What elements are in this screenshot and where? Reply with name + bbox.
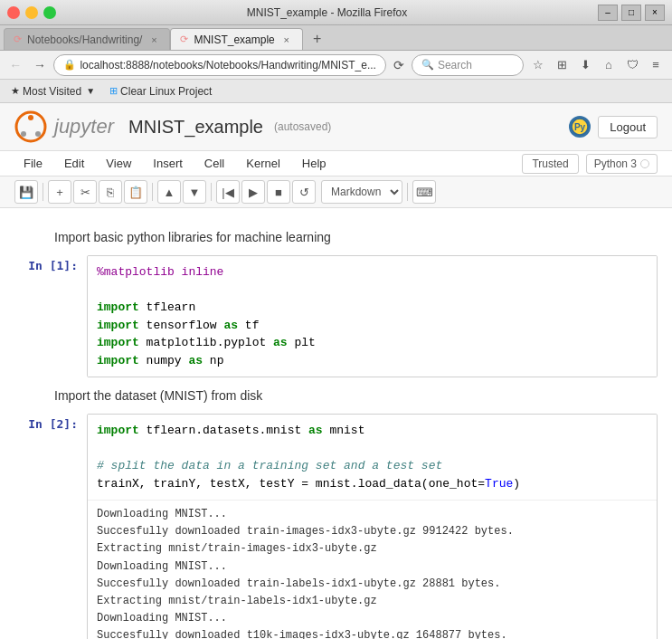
- home-button[interactable]: ⌂: [598, 54, 620, 76]
- win-max-button[interactable]: □: [621, 5, 641, 21]
- close-button[interactable]: [7, 6, 20, 19]
- menu-help[interactable]: Help: [293, 153, 336, 174]
- run-button[interactable]: ▶: [241, 180, 265, 204]
- tab-close-handwriting[interactable]: ×: [147, 33, 160, 46]
- notebook-toolbar: 💾 + ✂ ⎘ 📋 ▲ ▼ |◀ ▶ ■ ↺ Markdown Code Raw…: [0, 176, 672, 208]
- cell-description-1: Import basic python libraries for machin…: [0, 223, 672, 252]
- output-line: Downloading MNIST...: [97, 610, 648, 627]
- tab-mnist[interactable]: ⟳ MNIST_example ×: [170, 28, 302, 50]
- tab-bar: ⟳ Notebooks/Handwriting/ × ⟳ MNIST_examp…: [0, 25, 672, 51]
- download-button[interactable]: ⬇: [574, 54, 596, 76]
- keyboard-shortcut-button[interactable]: ⌨: [412, 180, 436, 204]
- move-down-button[interactable]: ▼: [183, 180, 206, 204]
- clear-project-button[interactable]: ⊞ Clear Linux Project: [106, 83, 215, 100]
- reload-button[interactable]: ⟳: [390, 58, 408, 72]
- trusted-button[interactable]: Trusted: [522, 154, 578, 174]
- code-line: %matplotlib inline: [97, 263, 648, 281]
- tab-label: MNIST_example: [194, 33, 274, 46]
- restart-button[interactable]: ↺: [292, 180, 316, 204]
- tab-handwriting[interactable]: ⟳ Notebooks/Handwriting/ ×: [4, 28, 170, 50]
- menu-edit[interactable]: Edit: [55, 153, 93, 174]
- most-visited-bookmark[interactable]: ★ Most Visited ▼: [7, 83, 99, 100]
- code-line: import tflearn: [97, 299, 648, 317]
- code-line: [97, 281, 648, 300]
- jupyter-logo: jupyter MNIST_example (autosaved): [14, 110, 331, 143]
- back-button[interactable]: ←: [5, 54, 26, 76]
- code-line: import tensorflow as tf: [97, 317, 648, 335]
- jupyter-logo-icon: [14, 110, 47, 143]
- url-bar[interactable]: 🔒 localhost:8888/notebooks/Notebooks/Han…: [53, 54, 386, 76]
- win-min-button[interactable]: –: [598, 5, 618, 21]
- move-up-button[interactable]: ▲: [157, 180, 181, 204]
- star-icon: ★: [11, 85, 20, 97]
- window-controls: [7, 6, 56, 19]
- output-line: Succesfully downloaded train-images-idx3…: [97, 523, 648, 540]
- shield-button[interactable]: 🛡: [621, 54, 643, 76]
- cell-box-1[interactable]: %matplotlib inline import tflearn import…: [87, 255, 658, 377]
- output-line: Downloading MNIST...: [97, 558, 648, 576]
- win-close-button[interactable]: ×: [645, 5, 665, 21]
- code-line: [97, 440, 648, 458]
- menu-insert[interactable]: Insert: [144, 153, 192, 174]
- menu-view[interactable]: View: [97, 153, 140, 174]
- kernel-label: Python 3: [594, 157, 637, 170]
- minimize-button[interactable]: [25, 6, 38, 19]
- cell-description-2: Import the dataset (MNIST) from disk: [0, 381, 672, 410]
- kernel-indicator: Python 3: [586, 154, 658, 174]
- cell-type-select[interactable]: Markdown Code Raw: [321, 180, 402, 204]
- menu-cell[interactable]: Cell: [195, 153, 233, 174]
- search-placeholder: Search: [438, 59, 472, 72]
- cell-output-2: Downloading MNIST... Succesfully downloa…: [88, 500, 657, 639]
- bookmark-list-button[interactable]: ⊞: [551, 54, 573, 76]
- chevron-down-icon: ▼: [86, 86, 95, 96]
- output-line: Succesfully downloaded train-labels-idx1…: [97, 576, 648, 593]
- svg-point-3: [35, 131, 41, 137]
- code-line: import matplotlib.pyplot as plt: [97, 334, 648, 352]
- search-box[interactable]: 🔍 Search: [412, 54, 524, 76]
- toolbar-icons: ☆ ⊞ ⬇ ⌂ 🛡 ≡: [527, 54, 667, 76]
- cell-prompt-2: In [2]:: [14, 414, 87, 639]
- menu-bar: File Edit View Insert Cell Kernel Help T…: [0, 151, 672, 176]
- add-cell-button[interactable]: +: [48, 180, 71, 204]
- output-line: Succesfully downloaded t10k-images-idx3-…: [97, 627, 648, 639]
- kernel-status-circle: [640, 159, 649, 168]
- toolbar-separator-3: [211, 183, 212, 201]
- search-icon: 🔍: [421, 59, 434, 71]
- jupyter-header-right: Py Logout: [569, 116, 658, 138]
- most-visited-label: Most Visited: [23, 85, 81, 98]
- menu-kernel[interactable]: Kernel: [237, 153, 289, 174]
- python-icon: Py: [569, 116, 591, 138]
- copy-cell-button[interactable]: ⎘: [99, 180, 122, 204]
- cell-code-1: %matplotlib inline import tflearn import…: [88, 256, 657, 377]
- clear-linux-icon: ⊞: [109, 85, 118, 97]
- save-button[interactable]: 💾: [14, 180, 38, 204]
- bookmarks-bar: ★ Most Visited ▼ ⊞ Clear Linux Project: [0, 80, 672, 103]
- tab-close-mnist[interactable]: ×: [280, 33, 293, 46]
- run-prev-button[interactable]: |◀: [216, 180, 240, 204]
- code-line: trainX, trainY, testX, testY = mnist.loa…: [97, 475, 648, 493]
- menu-right: Trusted Python 3: [522, 154, 658, 174]
- address-bar: ← → 🔒 localhost:8888/notebooks/Notebooks…: [0, 51, 672, 80]
- toolbar-separator-1: [43, 183, 43, 201]
- logout-button[interactable]: Logout: [598, 116, 658, 138]
- bookmark-star-button[interactable]: ☆: [527, 54, 549, 76]
- stop-button[interactable]: ■: [267, 180, 290, 204]
- window-title: MNIST_example - Mozilla Firefox: [56, 6, 598, 19]
- jupyter-wrapper: jupyter MNIST_example (autosaved) Py Log…: [0, 103, 672, 639]
- menu-button[interactable]: ≡: [645, 54, 667, 76]
- toolbar-separator-4: [407, 183, 408, 201]
- clear-project-label: Clear Linux Project: [120, 85, 212, 98]
- cut-cell-button[interactable]: ✂: [73, 180, 97, 204]
- cell-box-2[interactable]: import tflearn.datasets.mnist as mnist #…: [87, 414, 658, 639]
- code-line: # split the data in a training set and a…: [97, 457, 648, 475]
- menu-file[interactable]: File: [14, 153, 52, 174]
- cell-code-2: import tflearn.datasets.mnist as mnist #…: [88, 415, 657, 500]
- new-tab-button[interactable]: +: [307, 28, 328, 50]
- cell-row-1: In [1]: %matplotlib inline import tflear…: [0, 252, 672, 381]
- maximize-button[interactable]: [43, 6, 56, 19]
- jupyter-header: jupyter MNIST_example (autosaved) Py Log…: [0, 103, 672, 151]
- paste-cell-button[interactable]: 📋: [124, 180, 147, 204]
- svg-point-2: [21, 131, 26, 137]
- code-line: import numpy as np: [97, 352, 648, 370]
- forward-button[interactable]: →: [30, 54, 51, 76]
